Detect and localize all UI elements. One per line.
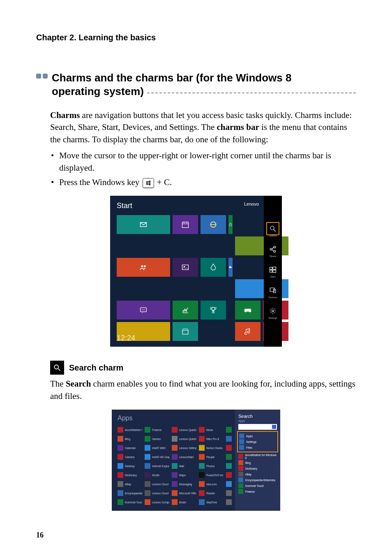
charm-share[interactable]: Share (268, 244, 278, 257)
svg-point-18 (274, 250, 276, 253)
tile-calendar[interactable] (173, 215, 198, 234)
app-item[interactable]: Lenovo Companion (145, 498, 169, 506)
tile-store2[interactable] (173, 322, 198, 341)
app-item[interactable]: SkyDrive (199, 498, 224, 506)
search-paragraph: The Search charm enables you to find wha… (50, 378, 356, 402)
svg-rect-21 (270, 267, 272, 269)
app-item[interactable]: People (199, 453, 224, 461)
app-item[interactable]: Lenovo Cloud Storage by… (145, 489, 169, 497)
app-item[interactable]: Lenovo QuickSnip Tools (172, 435, 196, 442)
app-item[interactable]: Dictionary (118, 471, 142, 479)
svg-point-17 (274, 246, 276, 248)
instruction-item-1: Move the cursor to the upper-right or lo… (50, 150, 342, 174)
figure-apps-screen: Apps AccuWeather for Windows 8FinanceLen… (112, 410, 280, 511)
charm-label-start: Start (268, 276, 278, 278)
tile-ie[interactable] (201, 215, 226, 234)
app-item[interactable]: Reader (199, 489, 224, 497)
svg-point-2 (141, 265, 143, 267)
app-item[interactable]: PowerDVD for Lenovo Trade (199, 471, 224, 479)
app-item[interactable]: Maps (172, 471, 196, 479)
app-item[interactable]: rara.com (199, 480, 224, 488)
app-item[interactable]: AccuWeather for Windows 8 (118, 426, 142, 433)
tile-finance[interactable] (173, 301, 198, 320)
search-filter-settings[interactable]: Settings (239, 439, 276, 444)
app-item[interactable]: Nitro Pro 8 (199, 435, 224, 442)
svg-point-7 (142, 310, 143, 310)
app-item[interactable]: Kindle (145, 471, 169, 479)
svg-rect-25 (270, 288, 274, 292)
app-item[interactable]: Photos (199, 462, 224, 470)
app-item[interactable]: Encyclopaedia Britannica (118, 489, 142, 497)
app-item[interactable]: Internet Explorer (145, 462, 169, 470)
search-result[interactable]: AccuWeather for Windows 8 (238, 454, 277, 459)
instruction-item-2: Press the Windows key + C. (50, 176, 342, 188)
svg-point-8 (143, 310, 144, 310)
search-icon (50, 361, 64, 375)
term-charms: Charms (50, 110, 80, 120)
charm-settings[interactable]: Settings (268, 306, 278, 319)
app-item[interactable]: Bing (118, 435, 142, 442)
app-item[interactable]: Lenovo Settings (172, 444, 196, 452)
app-item[interactable]: Music (172, 498, 196, 506)
charm-search[interactable]: Search (268, 224, 278, 237)
app-item[interactable]: Norton Studio (199, 444, 224, 452)
svg-rect-22 (273, 267, 276, 269)
tile-trophy[interactable] (201, 301, 226, 320)
app-item[interactable]: Mail (172, 462, 196, 470)
app-item[interactable]: Calendar (118, 444, 142, 452)
svg-point-3 (144, 265, 146, 267)
search-para-seg1: The (50, 379, 66, 389)
charm-label-share: Share (268, 255, 278, 257)
app-item[interactable]: Lenovo QuickSnip (172, 426, 196, 433)
instruction-item-2-suffix: + C. (157, 177, 172, 187)
tile-people[interactable] (117, 258, 170, 277)
instruction-list: Move the cursor to the upper-right or lo… (50, 150, 356, 188)
tile-music[interactable] (235, 322, 261, 341)
search-result[interactable]: Encyclopaedia Britannica (238, 477, 277, 482)
search-filter-apps[interactable]: Apps (239, 433, 276, 438)
svg-rect-12 (182, 330, 188, 334)
search-input[interactable] (238, 424, 277, 430)
app-item[interactable]: Lenovo Cloud Storage by… (145, 480, 169, 488)
tiles-grid (117, 215, 282, 341)
search-result[interactable]: Finance (238, 489, 277, 494)
app-item[interactable]: LenovoStart (172, 453, 196, 461)
app-item[interactable]: Camera (118, 453, 142, 461)
section-title-line1: Charms and the charms bar (for the Windo… (52, 72, 291, 84)
charm-start[interactable]: Start (268, 265, 278, 278)
app-item[interactable]: Evernote Touch (118, 498, 142, 506)
search-para-seg3: charm enables you to find what you are l… (50, 379, 355, 401)
app-item[interactable]: Messaging (172, 480, 196, 488)
app-item[interactable]: Intel® HD Graphics Control Panel (145, 453, 169, 461)
app-item[interactable]: Finance (145, 426, 169, 433)
search-pane: Search Apps AppsSettingsFiles AccuWeathe… (235, 410, 280, 511)
svg-rect-23 (270, 270, 272, 272)
app-item[interactable]: Desktop (118, 462, 142, 470)
svg-point-28 (54, 365, 58, 369)
svg-rect-24 (273, 270, 276, 273)
search-filter-files[interactable]: Files (239, 445, 276, 450)
tile-store[interactable] (228, 215, 233, 234)
charm-devices[interactable]: Devices (268, 285, 278, 299)
app-item[interactable]: Microsoft Office (172, 489, 196, 497)
app-item[interactable]: eBay (118, 480, 142, 488)
tile-maps[interactable] (201, 258, 226, 277)
search-result[interactable]: Bing (238, 460, 277, 465)
tile-games[interactable] (235, 301, 261, 320)
app-item[interactable]: Intel® WiDi (145, 444, 169, 452)
app-item[interactable]: Games (145, 435, 169, 442)
app-item[interactable]: News (199, 426, 224, 433)
clock: 12:24 (117, 334, 135, 343)
svg-line-15 (274, 229, 276, 232)
search-result[interactable]: Dictionary (238, 466, 277, 471)
tile-photos[interactable] (173, 258, 198, 277)
tile-mail[interactable] (117, 215, 170, 234)
tile-skydrive[interactable] (228, 258, 233, 277)
tile-messaging[interactable] (117, 301, 170, 320)
section-heading: Charms and the charms bar (for the Windo… (36, 71, 356, 98)
search-result[interactable]: eBay (238, 472, 277, 477)
search-result[interactable]: Evernote Touch (238, 483, 277, 488)
subsection-heading: Search charm (50, 361, 356, 375)
svg-rect-0 (182, 222, 189, 228)
heading-bullets-icon (36, 74, 48, 79)
